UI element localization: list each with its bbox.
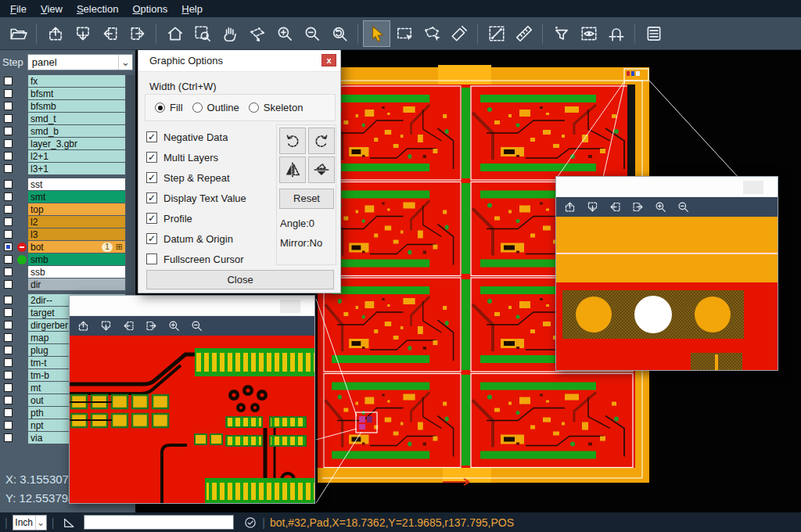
toolbar-clean-brush-button[interactable] — [445, 20, 472, 47]
toolbar-zoom-in-button[interactable] — [271, 20, 298, 47]
layer-name[interactable]: bot1⊞ — [28, 241, 125, 253]
layer-checkbox[interactable] — [4, 205, 13, 214]
toolbar-layer-form-button[interactable] — [640, 20, 667, 47]
magnifier-pan-left-button[interactable] — [609, 200, 622, 214]
option-checkbox-fullscreen-cursor[interactable]: Fullscreen Cursor — [146, 249, 246, 269]
layer-name[interactable]: sst — [28, 178, 125, 190]
toolbar-pan-down-button[interactable] — [69, 20, 96, 47]
layer-row-l2+1[interactable]: l2+1 — [0, 150, 125, 162]
option-checkbox-profile[interactable]: ✓Profile — [146, 208, 246, 228]
layer-checkbox[interactable] — [4, 383, 13, 392]
layer-row-l3+1[interactable]: l3+1 — [0, 163, 125, 174]
width-radio-outline[interactable]: Outline — [192, 102, 239, 113]
layer-checkbox[interactable] — [4, 164, 13, 173]
rotate-ccw-button[interactable] — [308, 128, 335, 154]
magnifier-pan-down-button[interactable] — [99, 319, 113, 332]
rotate-cw-button[interactable] — [279, 128, 306, 154]
toolbar-select-arrow-button[interactable] — [363, 20, 390, 47]
layer-row-smd_b[interactable]: smd_b — [0, 125, 125, 137]
toolbar-home-button[interactable] — [161, 20, 189, 47]
layer-name[interactable]: smb — [28, 253, 125, 265]
unit-select[interactable]: Inch ⌄ — [13, 515, 47, 530]
option-checkbox-datum-origin[interactable]: ✓Datum & Origin — [146, 228, 246, 249]
toolbar-pan-hand-button[interactable] — [216, 20, 243, 47]
layer-row-dir[interactable]: dir — [0, 279, 125, 290]
layer-row-l2[interactable]: l2 — [0, 216, 125, 228]
layer-row-fx[interactable]: fx — [0, 75, 125, 87]
layer-row-bot[interactable]: bot1⊞ — [0, 241, 125, 253]
layer-checkbox[interactable] — [4, 421, 13, 430]
menu-options[interactable]: Options — [125, 2, 174, 16]
layer-checkbox[interactable] — [4, 396, 13, 404]
magnifier-zoom-out-button[interactable] — [190, 319, 203, 332]
layer-checkbox[interactable] — [4, 77, 13, 85]
layer-name[interactable]: top — [28, 203, 125, 215]
magnifier-pan-up-button[interactable] — [77, 319, 90, 332]
layer-checkbox[interactable] — [4, 127, 13, 135]
step-select[interactable]: panel ⌄ — [27, 54, 133, 70]
layer-row-ssb[interactable]: ssb — [0, 266, 125, 278]
toolbar-pan-right-button[interactable] — [124, 20, 151, 47]
mirror-horizontal-button[interactable] — [279, 156, 306, 183]
layer-name[interactable]: fx — [28, 75, 125, 87]
layer-checkbox[interactable] — [4, 180, 13, 189]
layer-checkbox[interactable] — [4, 102, 13, 110]
layer-checkbox[interactable] — [4, 139, 13, 148]
magnifier-pan-right-button[interactable] — [631, 200, 645, 214]
layer-checkbox[interactable] — [4, 89, 13, 98]
layer-checkbox[interactable] — [4, 333, 13, 342]
layer-checkbox[interactable] — [4, 230, 13, 239]
magnifier-pan-right-button[interactable] — [145, 319, 158, 332]
width-radio-skeleton[interactable]: Skeleton — [249, 102, 304, 113]
reset-button[interactable]: Reset — [279, 189, 334, 209]
toolbar-view-eye-button[interactable] — [575, 20, 602, 47]
layer-name[interactable]: smd_t — [28, 113, 125, 124]
toolbar-filter-button[interactable] — [548, 20, 575, 47]
width-radio-fill[interactable]: Fill — [155, 102, 183, 113]
magnifier-pan-up-button[interactable] — [563, 200, 577, 214]
layer-row-sst[interactable]: sst — [0, 178, 125, 190]
toolbar-ruler-button[interactable] — [510, 20, 537, 47]
layer-checkbox[interactable] — [4, 268, 13, 276]
dialog-titlebar[interactable]: Graphic Options x — [138, 49, 340, 72]
layer-checkbox[interactable] — [4, 114, 13, 123]
toolbar-pan-left-button[interactable] — [96, 20, 124, 47]
layer-name[interactable]: bfsmt — [28, 88, 125, 99]
layer-name[interactable]: l2 — [28, 216, 125, 228]
magnifier-pan-left-button[interactable] — [122, 319, 135, 332]
toolbar-rect-select-button[interactable] — [390, 20, 418, 47]
toolbar-open-folder-button[interactable] — [4, 20, 31, 47]
layer-row-smd_t[interactable]: smd_t — [0, 113, 125, 124]
layer-name[interactable]: smd_b — [28, 125, 125, 137]
layer-checkbox[interactable] — [4, 433, 13, 442]
layer-row-bfsmt[interactable]: bfsmt — [0, 88, 125, 99]
layer-checkbox[interactable] — [4, 243, 13, 251]
mirror-vertical-button[interactable] — [308, 156, 335, 183]
layer-row-smb[interactable]: smb — [0, 253, 125, 265]
layer-name[interactable]: ssb — [28, 266, 125, 278]
layer-row-layer_3.gbr[interactable]: layer_3.gbr — [0, 138, 125, 149]
layer-row-l3[interactable]: l3 — [0, 228, 125, 240]
layer-checkbox[interactable] — [4, 192, 13, 201]
layer-checkbox[interactable] — [4, 255, 13, 264]
layer-name[interactable]: l2+1 — [28, 150, 125, 162]
option-checkbox-step-repeat[interactable]: ✓Step & Repeat — [146, 167, 246, 188]
angle-tool-icon[interactable] — [62, 516, 76, 530]
layer-name[interactable]: layer_3.gbr — [28, 138, 125, 149]
layer-checkbox[interactable] — [4, 408, 13, 417]
menu-help[interactable]: Help — [174, 2, 210, 16]
magnifier-window-button[interactable] — [280, 300, 300, 313]
magnifier-zoom-out-button[interactable] — [677, 200, 690, 214]
layer-row-bfsmb[interactable]: bfsmb — [0, 100, 125, 112]
option-checkbox-multi-layers[interactable]: ✓Multi Layers — [146, 147, 246, 167]
layer-name[interactable]: l3+1 — [28, 163, 125, 174]
layer-checkbox[interactable] — [4, 280, 13, 289]
layer-checkbox[interactable] — [4, 152, 13, 160]
layer-checkbox[interactable] — [4, 346, 13, 354]
menu-selection[interactable]: Selection — [70, 2, 125, 16]
toolbar-zoom-previous-button[interactable] — [325, 20, 353, 47]
option-checkbox-negative-data[interactable]: ✓Negative Data — [146, 127, 246, 147]
toolbar-poly-select-button[interactable] — [418, 20, 445, 47]
option-checkbox-display-text-value[interactable]: ✓Display Text Value — [146, 188, 246, 208]
close-button[interactable]: Close — [146, 270, 334, 289]
